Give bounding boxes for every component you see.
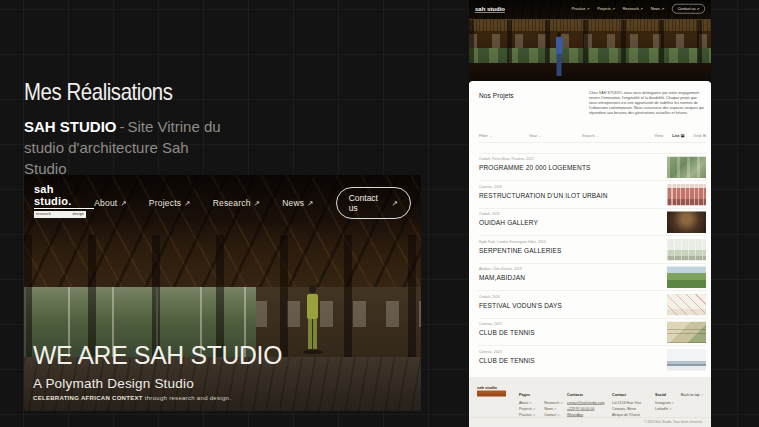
footer-logo-bar <box>477 391 506 397</box>
project-row[interactable]: Ouidah, 2021 OUIDAH GALLERY <box>479 208 706 236</box>
filter-bar: Filter⌄ Year⌄ Search⌄ View List▤ Grid⊞ <box>479 131 706 143</box>
section-intro: Chez SAH STUDIO, nous nous distinguons p… <box>589 90 705 115</box>
page-title: Mes Réalisations <box>24 78 173 106</box>
nav-item-projects[interactable]: Projects↗ <box>149 198 191 208</box>
project-row[interactable]: Ouidah, Porto-Novo, Parakou, 2017 PROGRA… <box>479 153 706 181</box>
logo-bar: researchdesign <box>34 211 86 218</box>
external-arrow-icon: ↗ <box>586 7 589 11</box>
external-arrow-icon: ↗ <box>661 7 664 11</box>
projects-list: Ouidah, Porto-Novo, Parakou, 2017 PROGRA… <box>479 153 706 373</box>
nav-item-practice[interactable]: Practice↗ <box>572 7 589 12</box>
footer-address-column: Contact Lot 1124 Haie Vive Cotonou, Béni… <box>612 392 641 418</box>
site-header: sah studio Practice↗ Projects↗ Research↗… <box>475 4 705 14</box>
hero-tagline: CELEBRATING AFRICAN CONTEXT through rese… <box>33 395 295 401</box>
site-nav: Practice↗ Projects↗ Research↗ News↗ Cont… <box>572 4 705 14</box>
view-controls: View List▤ Grid⊞ <box>655 133 706 138</box>
sah-studio-logo[interactable]: sah studio. researchdesign <box>34 183 94 218</box>
external-arrow-icon: ↗ <box>533 413 536 416</box>
external-arrow-icon: ↗ <box>184 199 190 208</box>
project-meta: Cotonou, 2018 <box>479 185 502 189</box>
project-title: SERPENTINE GALLERIES <box>479 247 561 255</box>
back-to-top-button[interactable]: Back to top↑ <box>681 392 703 397</box>
nav-item-news[interactable]: News↗ <box>651 7 664 12</box>
nav-item-about[interactable]: About↗ <box>94 198 127 208</box>
external-arrow-icon: ↗ <box>120 199 126 208</box>
list-view-icon: ▤ <box>681 133 685 138</box>
external-arrow-icon: ↗ <box>560 401 563 404</box>
copyright-text: © 2024 Sah Studio. Tous droits réservés. <box>644 420 703 424</box>
nav-item-news[interactable]: News↗ <box>282 198 314 208</box>
arrow-up-icon: ↑ <box>701 392 703 397</box>
project-row[interactable]: Cotonou, 2023 CLUB DE TENNIS <box>479 346 706 374</box>
project-meta: Cotonou, 2023 <box>479 322 502 326</box>
subtitle-separator: - <box>120 118 125 135</box>
nav-item-research[interactable]: Research↗ <box>623 7 643 12</box>
sah-studio-logo[interactable]: sah studio <box>475 5 505 13</box>
external-arrow-icon: ↗ <box>640 7 643 11</box>
footer-pages-column: Pages About↗ Projects↗ Practice↗ Researc… <box>519 392 563 418</box>
site-footer: sah studio Pages About↗ Projects↗ Practi… <box>469 377 711 427</box>
person-figure <box>303 285 321 357</box>
project-title: CLUB DE TENNIS <box>479 329 535 337</box>
project-title: RESTRUCTURATION D'UN ILOT URBAIN <box>479 192 608 200</box>
project-thumbnail <box>667 322 706 344</box>
person-figure <box>554 32 564 81</box>
logo-wordmark: sah studio. <box>34 183 94 209</box>
chevron-down-icon: ⌄ <box>539 134 542 138</box>
grid-view-toggle[interactable]: Grid⊞ <box>694 133 706 138</box>
contact-us-button[interactable]: Contact us↗ <box>336 187 411 219</box>
project-title: FESTIVAL VODUN'S DAYS <box>479 302 562 310</box>
external-arrow-icon: ↗ <box>307 199 313 208</box>
external-arrow-icon: ↗ <box>672 401 675 404</box>
preview-home-hero[interactable]: sah studio. researchdesign About↗ Projec… <box>24 175 421 411</box>
site-nav: About↗ Projects↗ Research↗ News↗ Contact… <box>94 187 411 219</box>
project-row[interactable]: Cotonou, 2018 RESTRUCTURATION D'UN ILOT … <box>479 181 706 209</box>
project-thumbnail <box>667 184 706 206</box>
footer-column-heading: Social <box>655 392 674 397</box>
preview-projects-page[interactable]: sah studio Practice↗ Projects↗ Research↗… <box>469 0 711 427</box>
footer-logo[interactable]: sah studio <box>477 385 506 397</box>
filter-dropdown[interactable]: Filter⌄ <box>479 133 492 138</box>
hero-subtitle: A Polymath Design Studio <box>33 376 295 391</box>
external-arrow-icon: ↗ <box>612 7 615 11</box>
project-title: CLUB DE TENNIS <box>479 357 535 365</box>
project-row[interactable]: Abidjan, Côte d'Ivoire, 2019 MAM,ABIDJAN <box>479 263 706 291</box>
footer-logo-wordmark: sah studio <box>477 385 506 390</box>
project-title: OUIDAH GALLERY <box>479 219 538 227</box>
nav-item-projects[interactable]: Projects↗ <box>597 7 614 12</box>
year-dropdown[interactable]: Year⌄ <box>529 133 542 138</box>
projects-hero-image: sah studio Practice↗ Projects↗ Research↗… <box>469 0 711 83</box>
external-arrow-icon: ↗ <box>557 413 560 416</box>
footer-linkedin-link[interactable]: LinkedIn↗ <box>655 406 674 412</box>
external-arrow-icon: ↗ <box>392 199 398 208</box>
footer-column-heading: Pages <box>519 392 563 397</box>
search-dropdown[interactable]: Search⌄ <box>582 133 599 138</box>
project-title: MAM,ABIDJAN <box>479 274 525 282</box>
project-meta: Hyde Park, London Kensington Gdns, 2016 <box>479 240 546 244</box>
hero-title: WE ARE SAH STUDIO <box>33 340 282 371</box>
contact-us-button[interactable]: Contact us↗ <box>672 4 705 14</box>
external-arrow-icon: ↗ <box>529 401 532 404</box>
external-arrow-icon: ↗ <box>554 407 557 410</box>
project-title: PROGRAMME 20 000 LOGEMENTS <box>479 164 591 172</box>
project-thumbnail <box>667 157 706 179</box>
grid-view-icon: ⊞ <box>703 133 706 138</box>
footer-social-column: Social Instagram↗ LinkedIn↗ <box>655 392 674 412</box>
project-thumbnail <box>667 267 706 289</box>
external-arrow-icon: ↗ <box>533 407 536 410</box>
nav-item-research[interactable]: Research↗ <box>213 198 260 208</box>
portfolio-canvas: Mes Réalisations SAH STUDIO-Site Vitrine… <box>0 0 759 427</box>
project-meta: Ouidah, 2021 <box>479 212 500 216</box>
project-row[interactable]: Hyde Park, London Kensington Gdns, 2016 … <box>479 236 706 264</box>
list-view-toggle[interactable]: List▤ <box>672 133 684 138</box>
project-thumbnail <box>667 212 706 234</box>
project-meta: Ouidah, Porto-Novo, Parakou, 2017 <box>479 157 534 161</box>
page-subtitle: SAH STUDIO-Site Vitrine du studio d'arch… <box>24 116 232 179</box>
logo-sub-design: design <box>72 211 84 218</box>
project-row[interactable]: Cotonou, 2023 CLUB DE TENNIS <box>479 318 706 346</box>
project-row[interactable]: Ouidah, 2024 FESTIVAL VODUN'S DAYS <box>479 291 706 319</box>
project-thumbnail <box>667 294 706 316</box>
project-thumbnail <box>667 349 706 371</box>
project-thumbnail <box>667 239 706 261</box>
chevron-down-icon: ⌄ <box>596 134 599 138</box>
